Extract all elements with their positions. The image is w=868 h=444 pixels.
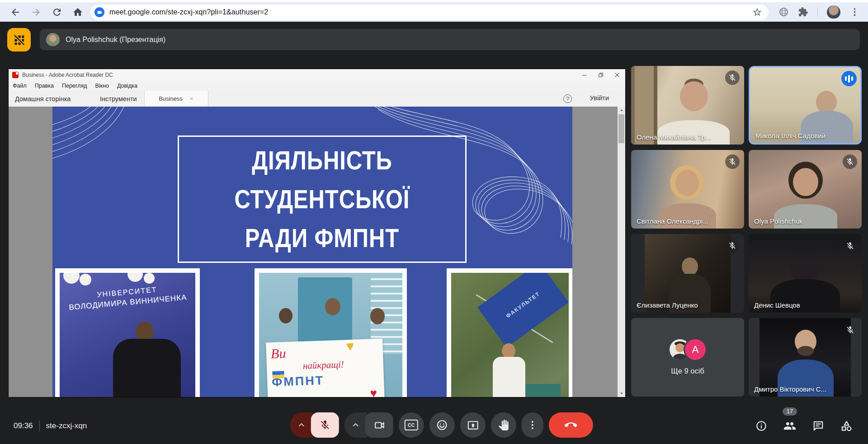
presenter-name: Olya Polishchuk (Презентація) (66, 36, 165, 44)
avatar-stack: A (670, 339, 706, 360)
participant-tile-speaking[interactable]: Микола Ілліч Садовий (749, 66, 862, 145)
present-icon (467, 420, 478, 431)
menu-edit[interactable]: Правка (31, 83, 58, 89)
camera-options-chevron-icon[interactable] (344, 412, 367, 438)
mic-off-icon (320, 420, 330, 430)
participant-name: Денис Шевцов (754, 301, 800, 309)
meeting-meta: 09:36 ste-zcxj-xqn (14, 421, 87, 431)
activities-icon[interactable] (840, 420, 853, 432)
info-icon[interactable] (755, 420, 767, 432)
faculty-flag: ФАКУЛЬТЕТ (477, 273, 569, 347)
scroll-down-icon[interactable] (618, 390, 625, 397)
menu-help[interactable]: Довідка (113, 83, 142, 89)
photo-banner-caption: УНІВЕРСИТЕТ ВОЛОДИМИРА ВИННИЧЕНКА (60, 282, 195, 313)
call-end-icon (565, 419, 577, 431)
reload-icon[interactable] (52, 7, 62, 18)
more-options-button[interactable] (522, 412, 543, 438)
chat-icon[interactable] (812, 420, 824, 432)
back-icon[interactable] (10, 7, 21, 18)
help-icon[interactable]: ? (563, 94, 572, 103)
people-icon (783, 420, 796, 432)
home-icon[interactable] (72, 7, 83, 18)
scroll-up-icon[interactable] (618, 107, 625, 114)
url-text[interactable]: meet.google.com/ste-zcxj-xqn?pli=1&authu… (109, 8, 752, 16)
poster: Ви найкращі! ФМПНТ ♥ (266, 339, 385, 397)
raise-hand-button[interactable] (491, 412, 516, 438)
participant-video (816, 91, 837, 113)
menu-file[interactable]: Файл (9, 83, 31, 89)
balloon-decoration (63, 273, 80, 284)
close-icon[interactable] (609, 69, 625, 81)
end-call-button[interactable] (549, 412, 593, 438)
present-button[interactable] (460, 412, 486, 438)
address-bar[interactable]: meet.google.com/ste-zcxj-xqn?pli=1&authu… (90, 5, 769, 20)
meet-site-icon (94, 7, 104, 17)
mic-mute-button[interactable] (311, 412, 339, 438)
presentation-banner[interactable]: Olya Polishchuk (Презентація) (40, 29, 860, 50)
browser-toolbar: meet.google.com/ste-zcxj-xqn?pli=1&authu… (0, 2, 868, 22)
speaking-indicator-icon (841, 71, 857, 86)
restore-icon[interactable] (593, 69, 609, 81)
people-panel-button[interactable]: 17 (783, 420, 796, 432)
participant-grid: Олена Михайлівна Тр... Микола Ілліч Садо… (631, 66, 864, 397)
more-vert-icon (527, 420, 538, 430)
participant-tile[interactable]: Дмитро Вікторович С... (749, 318, 862, 397)
forward-icon[interactable] (31, 7, 42, 18)
mic-muted-icon (843, 238, 857, 253)
cc-icon: CC (405, 420, 418, 430)
globe-icon[interactable] (778, 7, 789, 17)
google-meet-window: meet.google.com/ste-zcxj-xqn?pli=1&authu… (0, 0, 868, 444)
tab-home[interactable]: Домашня сторінка (15, 91, 71, 107)
slide-title-line-1: ДІЯЛЬНІСТЬ (252, 141, 392, 180)
mic-muted-icon (843, 322, 857, 337)
menu-view[interactable]: Перегляд (58, 83, 91, 89)
participant-tile[interactable]: Світлана Олександрі... (631, 150, 744, 229)
bookmark-star-icon[interactable] (752, 7, 762, 17)
grid-off-icon (13, 34, 25, 46)
shared-screen-acrobat-window: Business - Adobe Acrobat Reader DC Файл … (8, 69, 626, 397)
reactions-button[interactable] (429, 412, 455, 438)
captions-button[interactable]: CC (399, 412, 424, 438)
call-controls: CC (290, 412, 593, 438)
menu-window[interactable]: Вікно (91, 83, 113, 89)
tab-document-business[interactable]: Business (144, 91, 208, 107)
participant-video (645, 234, 731, 313)
slide-title-line-2: СТУДЕНТСЬКОЇ (235, 180, 410, 219)
extensions-icon[interactable] (798, 7, 808, 17)
tab-close-icon[interactable] (189, 96, 194, 101)
browser-profile-avatar[interactable] (827, 5, 840, 19)
acrobat-window-title: Business - Adobe Acrobat Reader DC (22, 72, 113, 78)
camera-icon (373, 420, 385, 431)
meta-divider (39, 421, 40, 431)
mic-muted-icon (725, 238, 740, 253)
layout-grid-off-button[interactable] (7, 28, 31, 51)
more-participants-tile[interactable]: A Ще 9 осіб (631, 318, 744, 397)
browser-menu-icon[interactable] (849, 7, 860, 17)
trophy-decoration (346, 343, 354, 350)
participant-name: Єлизавета Луценко (637, 301, 698, 309)
side-panel-buttons: 17 (755, 420, 853, 432)
pdf-scrollbar[interactable] (618, 107, 625, 397)
minimize-icon[interactable] (576, 69, 593, 81)
participant-tile[interactable]: Olya Polishchuk (749, 150, 862, 229)
smiley-icon (436, 419, 448, 431)
participant-tile[interactable]: Денис Шевцов (749, 234, 862, 313)
mic-control (290, 412, 339, 438)
slide-photo-university: УНІВЕРСИТЕТ ВОЛОДИМИРА ВИННИЧЕНКА (55, 268, 200, 397)
pdf-app-icon (12, 72, 19, 78)
slide-photo-flag: ФАКУЛЬТЕТ (447, 268, 572, 397)
camera-button[interactable] (365, 412, 393, 438)
participant-tile[interactable]: Олена Михайлівна Тр... (631, 66, 744, 145)
participant-name: Микола Ілліч Садовий (755, 132, 826, 140)
participant-tile[interactable]: Єлизавета Луценко (631, 234, 744, 313)
scrollbar-thumb[interactable] (618, 114, 624, 143)
sign-in-button[interactable]: Увійти (590, 94, 609, 102)
acrobat-menubar: Файл Правка Перегляд Вікно Довідка (9, 81, 625, 91)
participant-name: Олена Михайлівна Тр... (637, 133, 711, 141)
participant-count-badge: 17 (783, 407, 797, 416)
participant-video (760, 318, 851, 397)
pdf-document-area: ДІЯЛЬНІСТЬ СТУДЕНТСЬКОЇ РАДИ ФМПНТ УНІВЕ… (9, 107, 625, 397)
mic-options-chevron-icon[interactable] (290, 412, 313, 438)
mic-muted-icon (725, 70, 740, 85)
tab-tools[interactable]: Інструменти (100, 91, 137, 107)
